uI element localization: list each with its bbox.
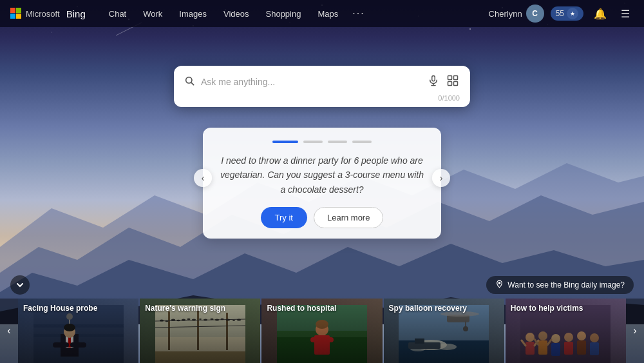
svg-rect-27 xyxy=(454,82,458,86)
microsoft-logo-grid xyxy=(10,8,22,19)
bottom-controls: Want to see the Bing daily image? xyxy=(0,271,644,299)
news-prev-button[interactable]: ‹ xyxy=(0,299,18,363)
suggestion-card: I need to throw a dinner party for 6 peo… xyxy=(203,128,441,239)
news-strip: ‹ xyxy=(0,299,644,363)
rewards-points[interactable]: 55 ★ xyxy=(551,6,583,21)
daily-image-button[interactable]: Want to see the Bing daily image? xyxy=(486,276,634,294)
user-name: Cherlynn xyxy=(489,9,522,19)
suggestion-dots xyxy=(218,141,426,143)
points-value: 55 xyxy=(556,9,564,18)
svg-line-20 xyxy=(191,83,193,84)
svg-rect-21 xyxy=(432,76,435,81)
nav-work[interactable]: Work xyxy=(135,5,170,23)
char-counter: 0/1000 xyxy=(438,94,460,102)
bing-label: Bing xyxy=(66,8,86,19)
microphone-button[interactable] xyxy=(426,74,440,90)
user-info[interactable]: Cherlynn C xyxy=(489,5,544,23)
nav-videos[interactable]: Videos xyxy=(216,5,257,23)
search-icon xyxy=(184,75,194,88)
svg-point-28 xyxy=(498,282,500,284)
microsoft-label: Microsoft xyxy=(26,9,60,19)
search-footer: 0/1000 xyxy=(184,90,460,102)
image-search-button[interactable] xyxy=(446,74,460,90)
dot-4[interactable] xyxy=(352,141,372,143)
nav-right: Cherlynn C 55 ★ 🔔 ☰ xyxy=(489,5,634,23)
news-card-title-4: Spy balloon recovery xyxy=(389,304,499,314)
news-card-rushed-to-hospital[interactable]: Rushed to hospital xyxy=(261,299,382,363)
card-next-button[interactable]: › xyxy=(432,169,450,187)
news-cards: Facing House probe xyxy=(18,299,626,363)
nav-images[interactable]: Images xyxy=(171,5,214,23)
svg-point-19 xyxy=(186,77,192,83)
suggestion-actions: Try it Learn more xyxy=(218,207,426,228)
dot-3[interactable] xyxy=(328,141,347,143)
news-next-button[interactable]: › xyxy=(626,299,644,363)
nav-more-button[interactable]: ··· xyxy=(347,5,370,23)
svg-rect-24 xyxy=(448,76,452,80)
dot-1[interactable] xyxy=(272,141,298,143)
try-it-button[interactable]: Try it xyxy=(261,207,307,228)
user-avatar: C xyxy=(526,5,544,23)
rewards-icon: ★ xyxy=(567,8,578,19)
nav-links: Chat Work Images Videos Shopping Maps ··… xyxy=(101,5,370,23)
navbar: Microsoft Bing Chat Work Images Videos S… xyxy=(0,0,644,27)
daily-image-label: Want to see the Bing daily image? xyxy=(507,280,625,289)
notifications-button[interactable]: 🔔 xyxy=(590,5,611,23)
svg-rect-26 xyxy=(448,82,452,86)
dot-2[interactable] xyxy=(303,141,323,143)
news-card-spy-balloon-recovery[interactable]: Spy balloon recovery xyxy=(384,299,504,363)
nav-chat[interactable]: Chat xyxy=(101,5,134,23)
scroll-down-button[interactable] xyxy=(10,275,30,295)
news-card-natures-warning-sign[interactable]: Nature's warning sign xyxy=(140,299,260,363)
nav-maps[interactable]: Maps xyxy=(310,5,346,23)
news-card-title-2: Nature's warning sign xyxy=(145,304,255,314)
bing-logo[interactable]: Microsoft Bing xyxy=(10,8,86,19)
suggestion-text: I need to throw a dinner party for 6 peo… xyxy=(218,153,426,197)
suggestion-card-wrapper: ‹ I need to throw a dinner party for 6 p… xyxy=(203,117,441,239)
main-content: 0/1000 ‹ I need to throw a dinner party … xyxy=(0,27,644,239)
news-card-title-1: Facing House probe xyxy=(23,304,133,314)
news-card-facing-house-probe[interactable]: Facing House probe xyxy=(18,299,138,363)
bottom-section: Want to see the Bing daily image? ‹ xyxy=(0,271,644,363)
svg-rect-25 xyxy=(454,76,458,80)
search-box: 0/1000 xyxy=(174,66,470,107)
menu-button[interactable]: ☰ xyxy=(617,5,634,23)
news-card-title-5: How to help victims xyxy=(511,304,621,314)
news-card-how-to-help[interactable]: How to help victims xyxy=(506,299,626,363)
card-prev-button[interactable]: ‹ xyxy=(194,169,212,187)
search-actions xyxy=(426,74,460,90)
search-input-row xyxy=(184,74,460,90)
news-card-title-3: Rushed to hospital xyxy=(267,304,377,314)
nav-shopping[interactable]: Shopping xyxy=(258,5,309,23)
learn-more-button[interactable]: Learn more xyxy=(314,207,383,228)
search-input[interactable] xyxy=(201,77,420,87)
location-icon xyxy=(495,280,504,290)
